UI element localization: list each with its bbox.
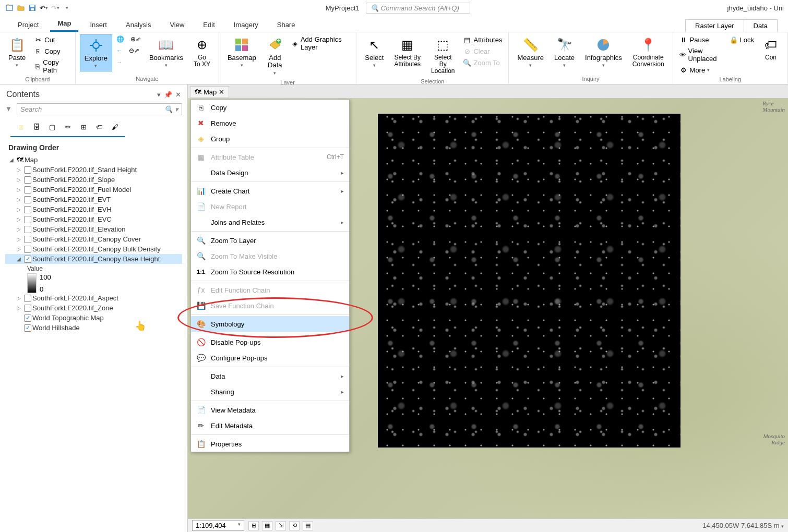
infographics-button[interactable]: Infographics▾: [581, 34, 626, 70]
menu-data-design[interactable]: Data Design▸: [191, 165, 349, 180]
open-project-icon[interactable]: [16, 3, 26, 13]
save-icon[interactable]: [27, 3, 38, 13]
layer-checkbox[interactable]: [24, 196, 31, 203]
tree-layer[interactable]: ▷World Hillshade: [5, 323, 182, 333]
menu-properties[interactable]: 📋Properties: [191, 436, 349, 452]
convert-labels-button[interactable]: 🏷 Con: [758, 34, 783, 63]
measure-button[interactable]: 📏 Measure▾: [513, 34, 548, 70]
tab-imagery[interactable]: Imagery: [226, 18, 266, 32]
contents-search[interactable]: Search 🔍 ▾: [17, 103, 182, 115]
tab-edit[interactable]: Edit: [196, 18, 222, 32]
list-by-drawing-order-icon[interactable]: ≣: [15, 120, 27, 133]
pause-labels-button[interactable]: ⏸Pause: [677, 34, 725, 45]
more-labeling-button[interactable]: ⚙More ▾: [677, 65, 725, 75]
list-by-editing-icon[interactable]: ✏: [62, 120, 74, 133]
tab-share[interactable]: Share: [270, 18, 303, 32]
menu-configure-popups[interactable]: 💬Configure Pop-ups: [191, 350, 349, 366]
add-graphics-layer-button[interactable]: ◈Add Graphics Layer: [290, 34, 352, 52]
undo-icon[interactable]: ↶▾: [39, 3, 49, 13]
attributes-button[interactable]: ▤Attributes: [461, 34, 504, 45]
redo-icon[interactable]: ↷▾: [50, 3, 61, 13]
fixed-zoom-out-icon[interactable]: ⊖⇗: [127, 46, 141, 55]
menu-zoom-source-resolution[interactable]: 1:1Zoom To Source Resolution: [191, 264, 349, 280]
menu-symbology[interactable]: 🎨Symbology: [191, 316, 349, 332]
go-to-xy-button[interactable]: ⊕ Go To XY: [189, 34, 214, 70]
menu-group[interactable]: ◈Group: [191, 131, 349, 147]
scale-input[interactable]: 1:109,404▾: [192, 520, 244, 531]
close-tab-icon[interactable]: ✕: [219, 88, 224, 96]
menu-sharing[interactable]: Sharing▸: [191, 384, 349, 400]
lock-labels-button[interactable]: 🔒Lock: [727, 34, 756, 45]
layer-checkbox[interactable]: [24, 236, 31, 243]
menu-edit-metadata[interactable]: ✏Edit Metadata: [191, 418, 349, 433]
list-by-perceptual-icon[interactable]: 🖌: [109, 120, 121, 133]
tree-layer[interactable]: ▷SouthForkLF2020.tif_Stand Height: [5, 165, 182, 175]
menu-zoom-to-layer[interactable]: 🔍Zoom To Layer: [191, 233, 349, 248]
menu-data[interactable]: Data▸: [191, 368, 349, 384]
bookmarks-button[interactable]: 📖 Bookmarks▾: [145, 34, 187, 70]
pin-icon[interactable]: 📌: [164, 91, 172, 99]
locate-button[interactable]: 🔭 Locate▾: [550, 34, 579, 70]
tab-insert[interactable]: Insert: [82, 18, 114, 32]
menu-create-chart[interactable]: 📊Create Chart▸: [191, 183, 349, 199]
status-tool-5[interactable]: ▤: [303, 521, 313, 530]
command-search[interactable]: 🔍 Command Search (Alt+Q): [366, 3, 470, 14]
tab-data[interactable]: Data: [744, 19, 778, 32]
tree-layer[interactable]: ▷SouthForkLF2020.tif_Zone: [5, 303, 182, 313]
menu-joins-relates[interactable]: Joins and Relates▸: [191, 214, 349, 230]
clear-button[interactable]: ⊘Clear: [461, 46, 504, 56]
copy-path-button[interactable]: ⎘Copy Path: [32, 57, 71, 75]
menu-view-metadata[interactable]: 📄View Metadata: [191, 402, 349, 418]
tree-layer[interactable]: ▷SouthForkLF2020.tif_EVT: [5, 195, 182, 204]
prev-extent-icon[interactable]: ←: [114, 46, 125, 55]
tree-layer[interactable]: ▷SouthForkLF2020.tif_Elevation: [5, 224, 182, 234]
tree-layer[interactable]: ▷SouthForkLF2020.tif_Fuel Model: [5, 185, 182, 195]
tree-layer[interactable]: ▷SouthForkLF2020.tif_Aspect: [5, 293, 182, 303]
tree-layer[interactable]: ▷SouthForkLF2020.tif_Canopy Bulk Density: [5, 244, 182, 254]
map-view-tab[interactable]: 🗺 Map ✕: [190, 86, 229, 98]
explore-button[interactable]: Explore▾: [80, 34, 112, 71]
close-icon[interactable]: ✕: [175, 91, 181, 99]
layer-checkbox[interactable]: [24, 186, 31, 194]
tab-project[interactable]: Project: [10, 18, 46, 32]
tree-layer[interactable]: ▷SouthForkLF2020.tif_Canopy Cover: [5, 234, 182, 244]
basemap-button[interactable]: Basemap▾: [223, 34, 260, 70]
layer-checkbox[interactable]: [24, 226, 31, 233]
paste-button[interactable]: 📋 Paste▾: [4, 34, 30, 70]
menu-remove[interactable]: ✖Remove: [191, 115, 349, 131]
status-tool-4[interactable]: ⟲: [289, 521, 300, 530]
list-by-snapping-icon[interactable]: ⊞: [77, 120, 90, 133]
tree-layer[interactable]: ▷SouthForkLF2020.tif_EVC: [5, 214, 182, 224]
status-tool-3[interactable]: ⇲: [276, 521, 286, 530]
new-project-icon[interactable]: [4, 3, 15, 13]
layer-checkbox[interactable]: [24, 315, 31, 322]
coordinate-conversion-button[interactable]: 📍 Coordinate Conversion: [628, 34, 668, 70]
layer-checkbox[interactable]: [24, 206, 31, 213]
list-by-labeling-icon[interactable]: 🏷: [93, 120, 105, 133]
select-button[interactable]: ↖ Select▾: [361, 34, 388, 70]
tree-layer[interactable]: ▷World Topographic Map: [5, 313, 182, 323]
select-by-attributes-button[interactable]: ▦ Select By Attributes: [390, 34, 425, 70]
tab-view[interactable]: View: [162, 18, 192, 32]
tree-map-root[interactable]: ◢ 🗺 Map: [5, 155, 182, 165]
tree-layer[interactable]: ▷SouthForkLF2020.tif_EVH: [5, 204, 182, 214]
list-by-selection-icon[interactable]: ▢: [46, 120, 58, 133]
tree-layer[interactable]: ▷SouthForkLF2020.tif_Slope: [5, 175, 182, 185]
menu-copy[interactable]: ⎘Copy: [191, 100, 349, 115]
layer-checkbox[interactable]: [24, 246, 31, 253]
next-extent-icon[interactable]: →: [114, 57, 125, 67]
tab-map[interactable]: Map: [50, 16, 78, 32]
full-extent-icon[interactable]: 🌐: [114, 34, 126, 44]
fixed-zoom-in-icon[interactable]: ⊕⇙: [128, 34, 143, 44]
copy-button[interactable]: ⎘Copy: [32, 46, 71, 56]
list-by-source-icon[interactable]: 🗄: [30, 120, 43, 133]
qat-customize[interactable]: ▾: [66, 5, 68, 10]
dropdown-icon[interactable]: ▾: [157, 91, 161, 99]
status-tool-2[interactable]: ▦: [262, 521, 272, 530]
layer-checkbox[interactable]: [24, 324, 31, 332]
add-data-button[interactable]: + Add Data ▾: [262, 34, 288, 78]
cut-button[interactable]: ✂Cut: [32, 34, 71, 45]
layer-checkbox[interactable]: [24, 216, 31, 223]
menu-disable-popups[interactable]: 🚫Disable Pop-ups: [191, 334, 349, 350]
tab-analysis[interactable]: Analysis: [118, 18, 158, 32]
